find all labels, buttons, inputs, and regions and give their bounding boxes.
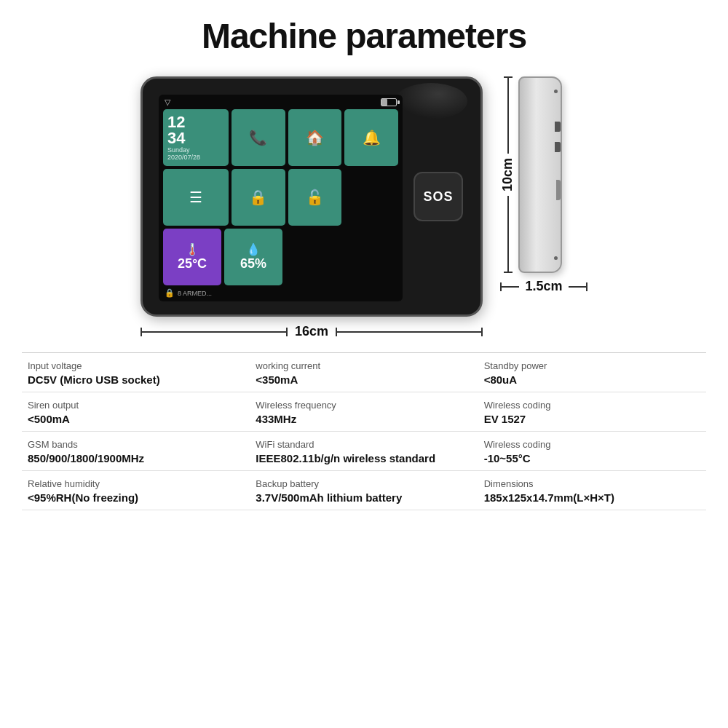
page-title: Machine parameters <box>0 0 728 69</box>
depth-measurement: 1.5cm <box>500 279 587 294</box>
day-display: Sunday <box>167 146 190 154</box>
spec-cell-1-2: working current <350mA <box>250 360 478 386</box>
screen-icon-grid: 12 34 Sunday 2020/07/28 📞 🏠 <box>159 109 403 229</box>
home-tile: 🏠 <box>288 109 342 166</box>
side-button <box>556 180 561 200</box>
screen-statusbar: ▽ <box>159 95 403 109</box>
width-label: 16cm <box>288 324 336 339</box>
usb-port-1 <box>555 122 561 132</box>
spec-cell-3-2: WiFi standard IEEE802.11b/g/n wireless s… <box>250 439 478 464</box>
usb-port-2 <box>555 142 561 152</box>
spec-value-dimensions: 185x125x14.7mm(L×H×T) <box>484 491 700 504</box>
lock2-tile: 🔓 <box>288 169 342 226</box>
spec-label-wireless-coding-1: Wireless coding <box>484 400 700 411</box>
width-line-right <box>336 331 483 333</box>
spec-cell-1-3: Standby power <80uA <box>478 360 706 386</box>
screw-bottom <box>554 256 558 260</box>
spec-cell-1-1: Input voltage DC5V (Micro USB socket) <box>22 360 250 386</box>
height-line-bottom <box>507 196 509 273</box>
spec-value-wireless-freq: 433MHz <box>256 413 472 425</box>
front-device: ▽ 12 34 Sunday 2020/07/28 <box>141 76 483 317</box>
humid-value: 65% <box>240 256 266 272</box>
list-tile: ☰ <box>163 169 229 226</box>
spec-value-working-current: <350mA <box>256 373 472 386</box>
spec-label-siren: Siren output <box>28 400 244 411</box>
wifi-icon: ▽ <box>165 98 170 107</box>
depth-label: 1.5cm <box>519 279 568 294</box>
humidity-tile: 💧 65% <box>224 229 282 285</box>
list-icon: ☰ <box>189 189 202 206</box>
device-screen: ▽ 12 34 Sunday 2020/07/28 <box>159 95 403 301</box>
spec-label-standby-power: Standby power <box>484 360 700 371</box>
battery-fill <box>381 99 387 106</box>
sos-button[interactable]: SOS <box>414 172 463 221</box>
lock-closed-icon: 🔒 <box>249 189 267 206</box>
temperature-tile: 🌡️ 25°C <box>163 229 221 285</box>
battery-icon <box>381 98 397 106</box>
height-line-top <box>507 76 509 154</box>
spec-label-gsm: GSM bands <box>28 439 244 450</box>
specs-row-1: Input voltage DC5V (Micro USB socket) wo… <box>22 353 706 392</box>
specs-row-3: GSM bands 850/900/1800/1900MHz WiFi stan… <box>22 432 706 471</box>
height-arrow: 10cm <box>500 76 515 273</box>
side-device-with-arrows: 10cm <box>500 76 562 273</box>
spec-cell-2-3: Wireless coding EV 1527 <box>478 400 706 425</box>
spec-value-gsm: 850/900/1800/1900MHz <box>28 452 244 464</box>
side-device-section: 10cm 1.5cm <box>500 76 587 294</box>
spec-value-backup-battery: 3.7V/500mAh lithium battery <box>256 491 472 504</box>
spec-cell-2-2: Wireless frequency 433MHz <box>250 400 478 425</box>
specs-section: Input voltage DC5V (Micro USB socket) wo… <box>22 352 706 510</box>
front-device-wrap: ▽ 12 34 Sunday 2020/07/28 <box>141 76 483 339</box>
spec-value-humidity: <95%RH(No freezing) <box>28 491 244 504</box>
lock1-tile: 🔒 <box>232 169 285 226</box>
spec-cell-3-1: GSM bands 850/900/1800/1900MHz <box>22 439 250 464</box>
phone-tile: 📞 <box>232 109 285 166</box>
spec-label-humidity: Relative humidity <box>28 478 244 489</box>
sos-label: SOS <box>423 189 453 205</box>
spec-label-backup-battery: Backup battery <box>256 478 472 489</box>
home-icon: 🏠 <box>306 129 324 146</box>
datetime-tile: 12 34 Sunday 2020/07/28 <box>163 109 229 166</box>
temp-value: 25°C <box>178 256 207 272</box>
screw-top <box>554 90 558 93</box>
spec-value-input-voltage: DC5V (Micro USB socket) <box>28 373 244 386</box>
width-line-left <box>141 331 288 333</box>
spec-value-standby-power: <80uA <box>484 373 700 386</box>
spec-value-wireless-coding-1: EV 1527 <box>484 413 700 425</box>
specs-row-4: Relative humidity <95%RH(No freezing) Ba… <box>22 471 706 510</box>
spec-label-wifi: WiFi standard <box>256 439 472 450</box>
spec-cell-4-1: Relative humidity <95%RH(No freezing) <box>22 478 250 504</box>
armed-text: 8 ARMED... <box>178 290 212 297</box>
bell-icon: 🔔 <box>363 129 381 146</box>
spec-cell-3-3: Wireless coding -10~55°C <box>478 439 706 464</box>
phone-icon: 📞 <box>249 129 267 146</box>
width-measurement: 16cm <box>141 324 483 339</box>
empty-tile <box>285 229 398 285</box>
device-area: ▽ 12 34 Sunday 2020/07/28 <box>0 76 728 339</box>
side-device <box>518 76 562 273</box>
bell-tile: 🔔 <box>344 109 398 166</box>
spec-label-input-voltage: Input voltage <box>28 360 244 371</box>
spec-label-dimensions: Dimensions <box>484 478 700 489</box>
spec-value-wifi: IEEE802.11b/g/n wireless standard <box>256 452 472 464</box>
spec-value-wireless-coding-2: -10~55°C <box>484 452 700 464</box>
specs-row-2: Siren output <500mA Wireless frequency 4… <box>22 392 706 432</box>
height-label: 10cm <box>500 154 515 196</box>
lock-open-icon: 🔓 <box>306 189 324 206</box>
spec-cell-4-3: Dimensions 185x125x14.7mm(L×H×T) <box>478 478 706 504</box>
spec-value-siren: <500mA <box>28 413 244 425</box>
spec-cell-4-2: Backup battery 3.7V/500mAh lithium batte… <box>250 478 478 504</box>
spec-cell-2-1: Siren output <500mA <box>22 400 250 425</box>
time-display: 12 34 <box>167 114 185 146</box>
spec-label-wireless-coding-2: Wireless coding <box>484 439 700 450</box>
screen-bottom-tiles: 🌡️ 25°C 💧 65% <box>159 229 403 285</box>
spec-label-working-current: working current <box>256 360 472 371</box>
armed-status: 🔒 8 ARMED... <box>159 285 403 301</box>
date-display: 2020/07/28 <box>167 154 200 161</box>
spec-label-wireless-freq: Wireless frequency <box>256 400 472 411</box>
